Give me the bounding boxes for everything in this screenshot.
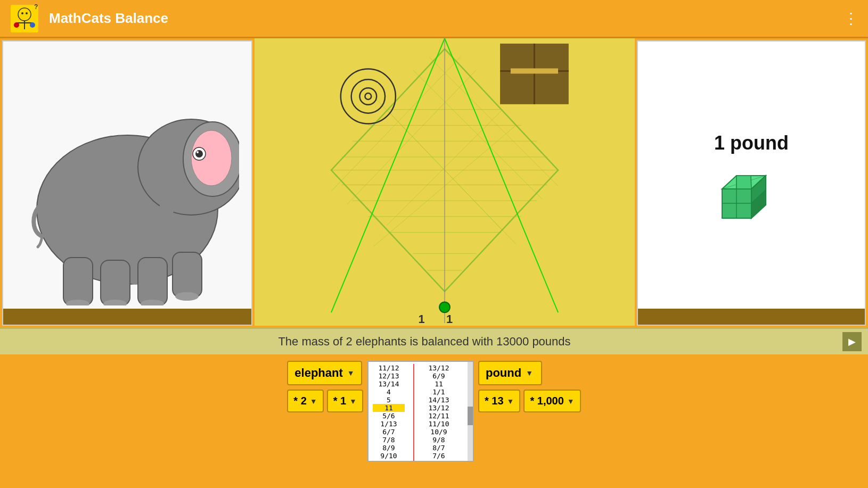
svg-point-50 xyxy=(351,79,385,113)
elephant-image xyxy=(15,61,239,305)
svg-text:1: 1 xyxy=(418,312,424,326)
fraction-scrollbar-thumb[interactable] xyxy=(468,407,473,425)
app-logo[interactable]: ? xyxy=(9,3,40,35)
balance-message: The mass of 2 elephants is balanced with… xyxy=(6,335,842,349)
left-mult1-arrow: ▼ xyxy=(310,397,317,406)
controls-area: elephant ▼ * 2 ▼ * 1 ▼ 11/12 12/13 13/14… xyxy=(0,354,868,468)
svg-rect-17 xyxy=(63,258,93,305)
pound-cube xyxy=(717,165,786,234)
svg-point-7 xyxy=(14,22,19,28)
fraction-scrollbar[interactable] xyxy=(468,362,473,461)
svg-point-2 xyxy=(18,8,31,21)
svg-point-48 xyxy=(439,302,450,312)
right-mult2-arrow: ▼ xyxy=(567,397,575,406)
fraction-scroll-container: 11/12 12/13 13/14 4 5 11 5/6 1/13 6/7 7/… xyxy=(367,361,474,462)
animal-dropdown-arrow: ▼ xyxy=(347,369,355,377)
left-multiplier2-dropdown[interactable]: * 1 ▼ xyxy=(327,390,363,412)
center-panel: 1 1 xyxy=(255,38,635,326)
right-mult1-arrow: ▼ xyxy=(507,397,514,406)
fraction-scroll-list[interactable]: 11/12 12/13 13/14 4 5 11 5/6 1/13 6/7 7/… xyxy=(367,361,474,462)
app-title: MathCats Balance xyxy=(49,10,844,27)
fraction-col-right: 13/12 6/9 11 1/1 14/13 13/12 12/11 11/10… xyxy=(423,364,455,462)
fraction-scroll-inner: 11/12 12/13 13/14 4 5 11 5/6 1/13 6/7 7/… xyxy=(369,362,473,462)
svg-point-15 xyxy=(195,150,203,158)
message-arrow-button[interactable]: ▶ xyxy=(842,332,862,351)
unit-dropdown[interactable]: pound ▼ xyxy=(478,361,542,385)
left-panel xyxy=(2,40,252,326)
fraction-col-left: 11/12 12/13 13/14 4 5 11 5/6 1/13 6/7 7/… xyxy=(373,364,405,462)
main-area: 1 1 1 pound xyxy=(0,38,868,326)
header: ? MathCats Balance ⋮ xyxy=(0,0,868,38)
left-multiplier1-dropdown[interactable]: * 2 ▼ xyxy=(287,390,323,412)
menu-icon[interactable]: ⋮ xyxy=(844,10,859,27)
left-panel-base xyxy=(3,309,251,325)
svg-point-52 xyxy=(365,93,371,100)
right-controls: pound ▼ * 13 ▼ * 1,000 ▼ xyxy=(478,361,581,412)
svg-rect-19 xyxy=(138,258,167,305)
svg-point-51 xyxy=(359,88,376,105)
svg-point-49 xyxy=(341,69,396,123)
svg-rect-56 xyxy=(511,68,558,73)
svg-point-8 xyxy=(30,22,35,28)
right-multiplier-row: * 13 ▼ * 1,000 ▼ xyxy=(478,390,581,412)
left-controls: elephant ▼ * 2 ▼ * 1 ▼ xyxy=(287,361,363,412)
left-multiplier-row: * 2 ▼ * 1 ▼ xyxy=(287,390,363,412)
message-bar: The mass of 2 elephants is balanced with… xyxy=(0,328,868,354)
svg-point-3 xyxy=(21,12,23,14)
animal-dropdown[interactable]: elephant ▼ xyxy=(287,361,362,385)
right-multiplier1-dropdown[interactable]: * 13 ▼ xyxy=(478,390,520,412)
unit-dropdown-arrow: ▼ xyxy=(526,369,533,377)
svg-rect-18 xyxy=(101,260,130,305)
right-panel-base xyxy=(638,309,865,325)
right-multiplier2-dropdown[interactable]: * 1,000 ▼ xyxy=(523,390,580,412)
svg-marker-65 xyxy=(736,176,751,189)
svg-rect-20 xyxy=(173,252,202,297)
right-panel: 1 pound xyxy=(637,40,866,326)
svg-point-24 xyxy=(175,292,199,301)
left-mult2-arrow: ▼ xyxy=(349,397,357,406)
svg-text:1: 1 xyxy=(446,312,453,326)
svg-text:?: ? xyxy=(34,3,38,11)
svg-point-4 xyxy=(26,12,28,14)
balance-svg: 1 1 xyxy=(255,38,635,326)
pound-label: 1 pound xyxy=(714,132,789,154)
svg-point-16 xyxy=(196,151,199,153)
